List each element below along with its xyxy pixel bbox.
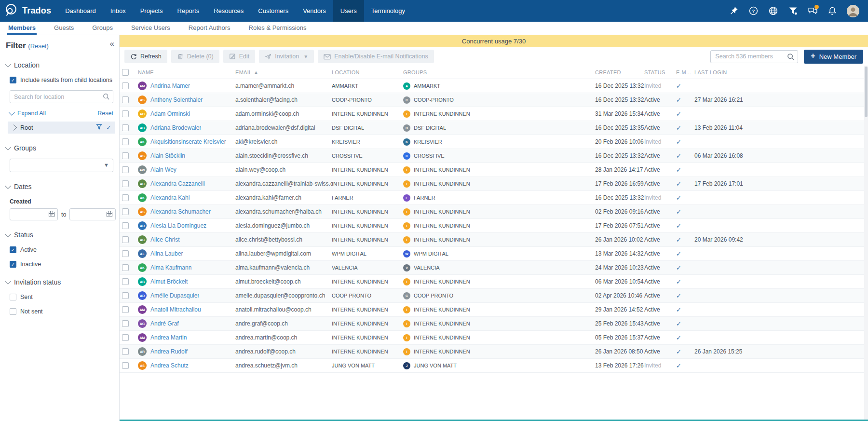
row-checkbox[interactable] xyxy=(122,320,129,327)
active-checkbox[interactable]: ✓Active xyxy=(10,246,113,253)
notifications-icon[interactable] xyxy=(827,6,838,16)
filter-icon[interactable] xyxy=(787,6,798,16)
nav-item-inbox[interactable]: Inbox xyxy=(103,0,133,22)
member-name-link[interactable]: Adam Orminski xyxy=(150,110,190,117)
member-name-link[interactable]: Andrea Martin xyxy=(150,334,187,341)
member-name-link[interactable]: André Graf xyxy=(150,320,179,327)
tab-guests[interactable]: Guests xyxy=(53,22,75,35)
row-checkbox[interactable] xyxy=(122,278,129,285)
nav-item-reports[interactable]: Reports xyxy=(170,0,207,22)
member-name-link[interactable]: Andrea Schutz xyxy=(150,362,189,369)
location-search-input[interactable] xyxy=(10,90,113,103)
row-checkbox[interactable] xyxy=(122,82,129,89)
member-name-link[interactable]: Andrea Rudolf xyxy=(150,348,188,355)
row-checkbox[interactable] xyxy=(122,110,129,117)
invitation-button[interactable]: Invitation ▼ xyxy=(259,50,314,63)
column-header-location[interactable]: LOCATION xyxy=(332,69,403,75)
member-name-link[interactable]: Alain Stöcklin xyxy=(150,152,185,159)
column-header-groups[interactable]: GROUPS xyxy=(403,69,595,75)
member-name-link[interactable]: Alexandra Kahl xyxy=(150,194,190,201)
row-checkbox[interactable] xyxy=(122,208,129,215)
member-name-link[interactable]: Almut Bröckelt xyxy=(150,278,188,285)
row-checkbox[interactable] xyxy=(122,194,129,201)
nav-item-projects[interactable]: Projects xyxy=(133,0,170,22)
column-header-last-login[interactable]: LAST LOGIN xyxy=(694,69,864,75)
row-checkbox[interactable] xyxy=(122,138,129,145)
row-checkbox[interactable] xyxy=(122,236,129,243)
not-sent-checkbox[interactable]: Not sent xyxy=(10,308,113,315)
new-member-button[interactable]: + New Member xyxy=(804,50,863,64)
column-header-email-notifications[interactable]: E-M... xyxy=(676,69,694,75)
member-name-link[interactable]: Alesia Lia Dominguez xyxy=(150,222,206,229)
location-reset-link[interactable]: Reset xyxy=(97,110,113,117)
dates-section-header[interactable]: Dates xyxy=(6,183,113,190)
row-checkbox[interactable] xyxy=(122,124,129,131)
row-checkbox[interactable] xyxy=(122,222,129,229)
member-name-link[interactable]: Alain Wey xyxy=(150,166,176,173)
help-icon[interactable]: ? xyxy=(748,6,759,16)
member-name-link[interactable]: Akquisitionsinserate Kreisvier xyxy=(150,138,226,145)
pin-icon[interactable] xyxy=(728,6,739,16)
tab-groups[interactable]: Groups xyxy=(91,22,114,35)
row-checkbox[interactable] xyxy=(122,152,129,159)
member-name-link[interactable]: Alma Kaufmann xyxy=(150,264,191,271)
language-icon[interactable] xyxy=(768,6,778,16)
messages-icon[interactable] xyxy=(807,6,818,16)
invitation-status-section-header[interactable]: Invitation status xyxy=(6,278,113,286)
member-name-link[interactable]: Andrina Mamer xyxy=(150,82,190,89)
user-avatar[interactable] xyxy=(847,5,859,17)
select-all-checkbox[interactable] xyxy=(122,69,129,76)
groups-section-header[interactable]: Groups xyxy=(6,144,113,152)
column-header-name[interactable]: NAME xyxy=(138,69,235,75)
tab-service-users[interactable]: Service Users xyxy=(130,22,171,35)
row-checkbox[interactable] xyxy=(122,362,129,369)
include-child-locations-checkbox[interactable]: ✓ Include results from child locations xyxy=(10,77,113,83)
member-name-link[interactable]: Alice Christ xyxy=(150,236,180,243)
row-checkbox[interactable] xyxy=(122,250,129,257)
member-name-link[interactable]: Alina Lauber xyxy=(150,250,183,257)
nav-item-vendors[interactable]: Vendors xyxy=(296,0,333,22)
column-header-email[interactable]: EMAIL▲ xyxy=(235,69,332,75)
row-checkbox[interactable] xyxy=(122,166,129,173)
column-header-status[interactable]: STATUS xyxy=(644,69,676,75)
edit-button[interactable]: Edit xyxy=(223,50,256,63)
refresh-button[interactable]: Refresh xyxy=(124,50,167,63)
tab-members[interactable]: Members xyxy=(7,22,37,35)
row-checkbox[interactable] xyxy=(122,292,129,299)
member-name-link[interactable]: Amélie Dupasquier xyxy=(150,292,199,299)
location-section-header[interactable]: Location xyxy=(6,61,113,69)
row-checkbox[interactable] xyxy=(122,334,129,341)
expand-all-button[interactable]: Expand All xyxy=(10,110,46,117)
row-checkbox[interactable] xyxy=(122,348,129,355)
row-checkbox[interactable] xyxy=(122,264,129,271)
member-name-link[interactable]: Anthony Solenthaler xyxy=(150,96,203,103)
funnel-icon[interactable] xyxy=(96,124,102,132)
tab-roles-permissions[interactable]: Roles & Permissions xyxy=(248,22,308,35)
scrollbar-thumb[interactable] xyxy=(865,67,868,117)
member-name-link[interactable]: Alexandra Cazzanelli xyxy=(150,180,205,187)
status-section-header[interactable]: Status xyxy=(6,231,113,239)
email-notifications-button[interactable]: Enable/Disable E-mail Notifications xyxy=(318,50,434,63)
nav-item-terminology[interactable]: Terminology xyxy=(364,0,412,22)
tab-report-authors[interactable]: Report Authors xyxy=(188,22,231,35)
delete-button[interactable]: Delete (0) xyxy=(171,50,219,63)
row-checkbox[interactable] xyxy=(122,180,129,187)
location-tree-item-root[interactable]: Root ✓ xyxy=(8,122,115,134)
collapse-sidebar-icon[interactable]: « xyxy=(110,39,114,49)
row-checkbox[interactable] xyxy=(122,306,129,313)
trados-logo[interactable]: Trados xyxy=(0,0,58,22)
members-search-input[interactable] xyxy=(710,50,798,63)
check-icon[interactable]: ✓ xyxy=(106,124,111,131)
inactive-checkbox[interactable]: ✓Inactive xyxy=(10,261,113,268)
sent-checkbox[interactable]: Sent xyxy=(10,294,113,300)
member-name-link[interactable]: Anatoli Mitrachaliou xyxy=(150,306,201,313)
filter-reset-link[interactable]: (Reset) xyxy=(28,42,49,50)
column-header-created[interactable]: CREATED xyxy=(595,69,644,75)
nav-item-users[interactable]: Users xyxy=(333,0,364,22)
member-name-link[interactable]: Alexandra Schumacher xyxy=(150,208,211,215)
nav-item-dashboard[interactable]: Dashboard xyxy=(58,0,103,22)
nav-item-resources[interactable]: Resources xyxy=(206,0,251,22)
nav-item-customers[interactable]: Customers xyxy=(251,0,296,22)
row-checkbox[interactable] xyxy=(122,96,129,103)
groups-dropdown[interactable]: ▼ xyxy=(10,159,113,172)
